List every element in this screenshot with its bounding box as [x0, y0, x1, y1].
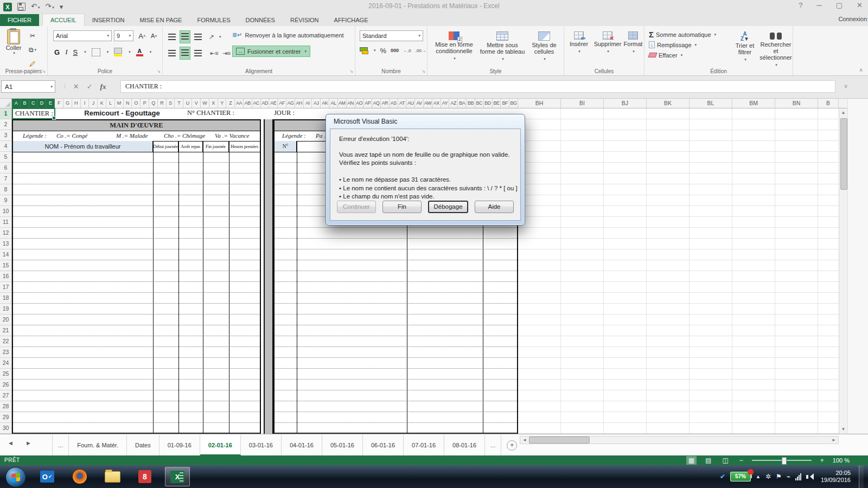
- column-header-BN[interactable]: BN: [775, 99, 818, 108]
- column-header-F[interactable]: F: [55, 99, 63, 108]
- vertical-scrollbar[interactable]: ▲ ▼: [839, 108, 847, 434]
- accounting-format-icon[interactable]: [360, 47, 368, 54]
- column-header-AX[interactable]: AX: [432, 99, 441, 108]
- column-header-L[interactable]: L: [106, 99, 115, 108]
- row-header-7[interactable]: 7: [0, 174, 11, 184]
- column-header-AA[interactable]: AA: [235, 99, 244, 108]
- clear-button[interactable]: Effacer▾: [649, 50, 716, 60]
- table-row[interactable]: [13, 369, 260, 380]
- table-row[interactable]: [275, 271, 517, 282]
- dialog-button-aide[interactable]: Aide: [475, 201, 514, 213]
- table-row[interactable]: [275, 260, 517, 271]
- column-header-W[interactable]: W: [201, 99, 209, 108]
- row-header-13[interactable]: 13: [0, 239, 11, 249]
- column-header-BL[interactable]: BL: [690, 99, 732, 108]
- tab-revision[interactable]: RÉVISION: [283, 14, 327, 27]
- table-row[interactable]: [275, 401, 517, 412]
- table-row[interactable]: [13, 314, 260, 325]
- sheet-tab-08-01-16[interactable]: 08-01-16: [444, 435, 485, 455]
- copy-icon[interactable]: ⧉▾: [27, 44, 38, 55]
- fill-button[interactable]: ↓ Remplissage▾: [649, 40, 716, 50]
- table-row[interactable]: [13, 325, 260, 336]
- table-row[interactable]: [13, 239, 260, 249]
- column-header-AS[interactable]: AS: [390, 99, 398, 108]
- table-row[interactable]: [13, 217, 260, 228]
- zoom-in-icon[interactable]: +: [818, 456, 826, 465]
- column-header-AC[interactable]: AC: [252, 99, 261, 108]
- taskbar-red8-app[interactable]: 8: [132, 467, 157, 486]
- column-header-AW[interactable]: AW: [424, 99, 432, 108]
- row-header-29[interactable]: 29: [0, 412, 11, 423]
- column-header-H[interactable]: H: [72, 99, 81, 108]
- column-header-BJ[interactable]: BJ: [604, 99, 647, 108]
- merge-center-button[interactable]: ↔ Fusionner et centrer ▾: [232, 46, 310, 57]
- column-header-C[interactable]: C: [29, 99, 38, 108]
- sheet-tab-03-01-16[interactable]: 03-01-16: [241, 435, 282, 455]
- cell-styles-button[interactable]: Styles de cellules▾: [527, 31, 561, 62]
- column-header-R[interactable]: R: [158, 99, 167, 108]
- align-top-icon[interactable]: [168, 34, 176, 40]
- scroll-up-icon[interactable]: ▲: [839, 108, 847, 117]
- scroll-left-icon[interactable]: ◄: [520, 438, 529, 442]
- table-row[interactable]: [275, 304, 517, 314]
- tab-mise-en-page[interactable]: MISE EN PAGE: [132, 14, 189, 27]
- tab-insertion[interactable]: INSERTION: [85, 14, 132, 27]
- underline-button[interactable]: S: [73, 48, 78, 56]
- tab-scroll-right-icon[interactable]: ►: [25, 440, 31, 446]
- table-row[interactable]: [13, 380, 260, 390]
- increase-font-icon[interactable]: A˄: [137, 30, 148, 41]
- table-row[interactable]: [275, 325, 517, 336]
- maximize-button[interactable]: ▢: [836, 1, 843, 9]
- table-row[interactable]: [275, 228, 517, 239]
- column-header-AG[interactable]: AG: [286, 99, 295, 108]
- column-header-AV[interactable]: AV: [415, 99, 424, 108]
- zoom-level[interactable]: 100 %: [833, 457, 850, 464]
- row-header-19[interactable]: 19: [0, 304, 11, 314]
- column-header-B[interactable]: B: [818, 99, 839, 108]
- table-row[interactable]: [13, 293, 260, 304]
- column-header-J[interactable]: J: [89, 99, 98, 108]
- column-header-AL[interactable]: AL: [329, 99, 338, 108]
- speaker-icon[interactable]: [806, 473, 814, 480]
- column-header-A[interactable]: A: [12, 99, 21, 108]
- column-header-AQ[interactable]: AQ: [372, 99, 381, 108]
- row-header-5[interactable]: 5: [0, 152, 11, 163]
- column-header-BH[interactable]: BH: [518, 99, 561, 108]
- zoom-out-icon[interactable]: −: [737, 456, 745, 465]
- taskbar-clock[interactable]: 20:05 19/09/2016: [821, 470, 851, 484]
- decrease-indent-icon[interactable]: ⇤≡: [210, 50, 219, 57]
- number-format-select[interactable]: Standard▾: [360, 30, 423, 41]
- taskbar-explorer[interactable]: [100, 467, 125, 486]
- row-header-18[interactable]: 18: [0, 293, 11, 304]
- table-row[interactable]: [13, 163, 260, 174]
- tab-scroll-left-icon[interactable]: ◄: [8, 440, 14, 446]
- sheet-tab-01-09-16[interactable]: 01-09-16: [159, 435, 200, 455]
- table-row[interactable]: [13, 358, 260, 369]
- row-header-22[interactable]: 22: [0, 336, 11, 347]
- column-header-AH[interactable]: AH: [295, 99, 304, 108]
- taskbar-excel-active[interactable]: X: [165, 467, 190, 486]
- increase-decimal-button[interactable]: ←,0: [403, 48, 411, 53]
- cell-site-name[interactable]: Remicourt - Egouttage: [65, 109, 179, 117]
- horizontal-scrollbar[interactable]: ◄ ►: [520, 436, 839, 444]
- scroll-right-icon[interactable]: ►: [829, 438, 838, 442]
- alignment-dialog-launcher[interactable]: ↘: [349, 69, 353, 74]
- column-header-AJ[interactable]: AJ: [312, 99, 321, 108]
- column-header-S[interactable]: S: [167, 99, 175, 108]
- table-row[interactable]: [275, 282, 517, 293]
- row-header-24[interactable]: 24: [0, 358, 11, 369]
- decrease-decimal-button[interactable]: ,00→: [416, 48, 426, 53]
- row-header-30[interactable]: 30: [0, 423, 11, 434]
- row-header-11[interactable]: 11: [0, 217, 11, 228]
- close-button[interactable]: ✕: [857, 1, 863, 9]
- taskbar-outlook[interactable]: O✓: [35, 467, 60, 486]
- table-row[interactable]: [13, 206, 260, 217]
- orientation-icon[interactable]: ↗: [209, 33, 214, 41]
- increase-indent-icon[interactable]: ⇥≡: [222, 50, 231, 57]
- table-row[interactable]: [275, 239, 517, 249]
- taskbar-firefox[interactable]: [67, 467, 92, 486]
- battery-indicator[interactable]: 57%: [730, 472, 751, 481]
- show-hidden-icons[interactable]: ▲: [756, 474, 761, 479]
- table-row[interactable]: [13, 401, 260, 412]
- row-header-17[interactable]: 17: [0, 282, 11, 293]
